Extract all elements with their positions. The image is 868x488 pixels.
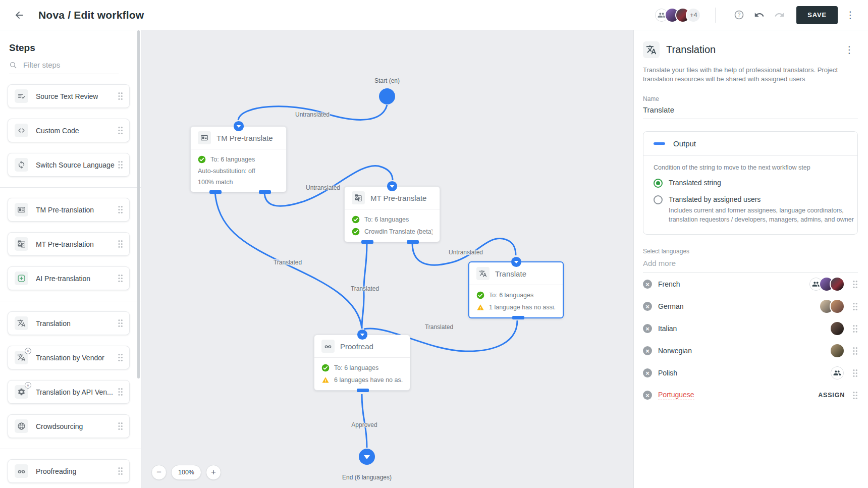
assignee-avatar[interactable] — [830, 299, 845, 314]
filter-steps-input[interactable] — [23, 61, 99, 69]
group-avatar[interactable] — [830, 365, 845, 381]
workflow-canvas[interactable]: UntranslatedUntranslatedUntranslatedTran… — [141, 30, 633, 488]
node-status-row: To: 6 languages — [321, 364, 403, 372]
start-node[interactable] — [379, 88, 395, 104]
step-item-translation[interactable]: Translation — [8, 311, 130, 335]
collaborator-avatars[interactable]: +4 — [654, 8, 701, 23]
drag-handle-icon[interactable] — [118, 126, 123, 135]
drag-handle-icon[interactable] — [118, 422, 123, 430]
drag-handle-icon[interactable] — [852, 369, 858, 377]
topbar-divider — [715, 8, 716, 23]
topbar: Nova / Edit workflow +4 ? SAVE ⋮ — [0, 0, 868, 30]
more-collaborators-badge[interactable]: +4 — [686, 8, 701, 23]
radio-button[interactable] — [654, 195, 663, 204]
remove-language-button[interactable]: × — [643, 324, 652, 333]
check-icon — [321, 364, 330, 372]
node-input-connector[interactable] — [387, 181, 398, 192]
output-option-unselected[interactable]: Translated by assigned usersIncludes cur… — [654, 195, 847, 224]
drag-handle-icon[interactable] — [118, 205, 123, 214]
step-item-tm-pre-translation[interactable]: TM Pre-translation — [8, 198, 130, 222]
drag-handle-icon[interactable] — [852, 302, 858, 311]
node-output-connector[interactable] — [357, 389, 369, 392]
drag-handle-icon[interactable] — [852, 347, 858, 355]
output-option-selected[interactable]: Translated string — [654, 179, 847, 188]
add-language-input[interactable] — [643, 255, 858, 273]
drag-handle-icon[interactable] — [118, 319, 123, 328]
zoom-in-button[interactable]: + — [206, 465, 221, 480]
language-name: Norwegian — [658, 347, 692, 355]
step-settings-panel: Translation ⋮ Translate your files with … — [633, 30, 868, 488]
workflow-node-translate[interactable]: Translate To: 6 languages1 language has … — [468, 261, 564, 318]
drag-handle-icon[interactable] — [852, 324, 858, 333]
step-item-source-text-review[interactable]: Source Text Review — [8, 84, 130, 108]
node-input-connector[interactable] — [511, 256, 522, 267]
node-output-connector[interactable] — [512, 316, 524, 319]
translation-icon — [15, 316, 28, 330]
workflow-node-proofread[interactable]: Proofread To: 6 languages6 languages hav… — [314, 335, 410, 391]
drag-handle-icon[interactable] — [118, 240, 123, 248]
drag-handle-icon[interactable] — [852, 280, 858, 289]
workflow-node-mt-pretranslate[interactable]: MT Pre-translate To: 6 languagesCrowdin … — [344, 186, 440, 242]
filter-steps-field[interactable] — [9, 61, 119, 74]
panel-menu-button[interactable]: ⋮ — [841, 45, 858, 55]
warning-icon — [476, 303, 484, 311]
drag-handle-icon[interactable] — [118, 388, 123, 396]
step-item-switch-source-language[interactable]: Switch Source Language — [8, 153, 130, 177]
remove-language-button[interactable]: × — [643, 280, 652, 289]
step-item-mt-pre-translation[interactable]: MT Pre-translation — [8, 232, 130, 256]
drag-handle-icon[interactable] — [118, 274, 123, 283]
assignee-avatar[interactable] — [830, 277, 845, 292]
language-row-polish: ×Polish — [643, 362, 858, 384]
drag-handle-icon[interactable] — [852, 391, 858, 400]
save-button[interactable]: SAVE — [796, 6, 838, 24]
sidebar-title: Steps — [9, 42, 141, 53]
step-item-translation-by-vendor[interactable]: vTranslation by Vendor — [8, 346, 130, 369]
zoom-out-button[interactable]: − — [151, 465, 167, 480]
language-row-german: ×German — [643, 295, 858, 317]
node-status-text: 1 language has no assi... — [489, 304, 556, 311]
remove-language-button[interactable]: × — [643, 346, 652, 355]
workflow-node-tm-pretranslate[interactable]: TM Pre-translate To: 6 languagesAuto-sub… — [190, 126, 287, 192]
vendor-badge: v — [25, 348, 31, 354]
node-output-connector[interactable] — [407, 240, 419, 244]
radio-button[interactable] — [654, 179, 663, 188]
node-output-connector[interactable] — [361, 240, 373, 244]
steps-sidebar: Steps Source Text ReviewCustom CodeSwitc… — [0, 30, 141, 488]
remove-language-button[interactable]: × — [643, 368, 652, 377]
language-row-french: ×French — [643, 273, 858, 295]
tm-pretranslation-icon — [15, 203, 28, 216]
assignee-avatar[interactable] — [830, 321, 845, 336]
help-button[interactable]: ? — [729, 5, 749, 25]
assignee-avatar[interactable] — [830, 343, 845, 358]
sidebar-scrollbar[interactable] — [137, 30, 140, 378]
panel-title: Translation — [666, 44, 716, 56]
undo-button[interactable] — [749, 5, 769, 25]
drag-handle-icon[interactable] — [118, 353, 123, 362]
drag-handle-icon[interactable] — [118, 92, 123, 100]
remove-language-button[interactable]: × — [643, 391, 652, 400]
step-item-ai-pre-translation[interactable]: AI Pre-translation — [8, 266, 130, 290]
back-button[interactable] — [9, 5, 29, 25]
node-input-connector[interactable] — [357, 329, 368, 340]
assign-button[interactable]: ASSIGN — [818, 392, 845, 399]
step-item-label: TM Pre-translation — [36, 206, 94, 214]
language-name: German — [658, 302, 684, 310]
redo-button[interactable] — [769, 5, 789, 25]
remove-language-button[interactable]: × — [643, 302, 652, 311]
node-input-connector[interactable] — [233, 121, 244, 132]
step-item-proofreading[interactable]: Proofreading — [8, 459, 130, 483]
output-connector-icon — [654, 142, 665, 145]
drag-handle-icon[interactable] — [118, 467, 123, 475]
name-field-value[interactable]: Translate — [643, 105, 858, 119]
step-item-translation-by-api-ven[interactable]: vTranslation by API Ven... — [8, 380, 130, 404]
drag-handle-icon[interactable] — [118, 160, 123, 169]
end-node[interactable] — [359, 449, 375, 465]
step-item-crowdsourcing[interactable]: Crowdsourcing — [8, 414, 130, 438]
node-output-connector[interactable] — [209, 190, 222, 194]
option-description: Includes current and former assignees, l… — [669, 206, 855, 224]
node-output-connector[interactable] — [259, 190, 271, 194]
crowdsourcing-icon — [15, 419, 28, 433]
topbar-menu-button[interactable]: ⋮ — [842, 10, 859, 20]
step-item-custom-code[interactable]: Custom Code — [8, 119, 130, 142]
node-status-text: To: 6 languages — [364, 216, 409, 223]
